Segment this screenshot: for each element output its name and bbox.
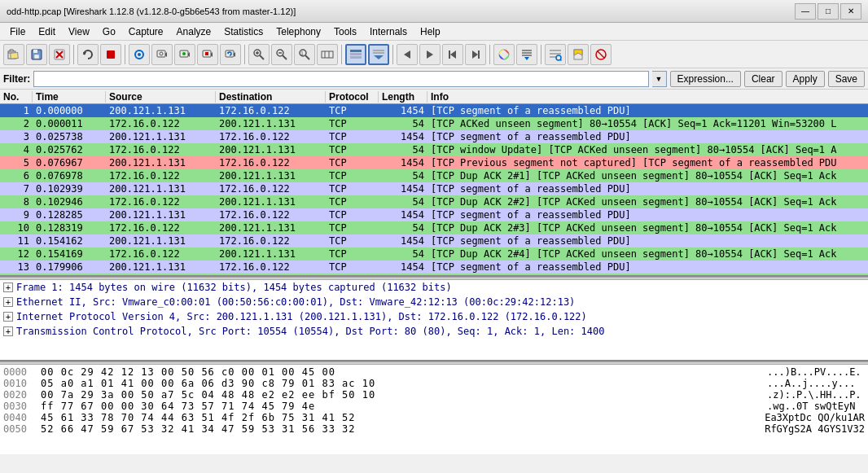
sep5 [392, 45, 393, 64]
svg-rect-4 [34, 55, 39, 59]
packet-row[interactable]: 14 0.179915 172.16.0.122 200.121.1.131 T… [0, 274, 868, 277]
packet-row[interactable]: 13 0.179906 200.121.1.131 172.16.0.122 T… [0, 261, 868, 274]
toolbar-interfaces-button[interactable] [129, 44, 150, 65]
toolbar-autoscroll-button[interactable] [516, 44, 537, 65]
detail-row[interactable]: + Frame 1: 1454 bytes on wire (11632 bit… [0, 280, 868, 295]
sep7 [541, 45, 541, 64]
sep4 [341, 45, 342, 64]
toolbar-open-button[interactable] [3, 44, 24, 65]
menu-edit[interactable]: Edit [32, 24, 62, 39]
packet-row[interactable]: 4 0.025762 172.16.0.122 200.121.1.131 TC… [0, 143, 868, 156]
expression-button[interactable]: Expression... [670, 71, 741, 87]
svg-rect-17 [205, 52, 208, 55]
packet-proto: TCP [326, 261, 379, 273]
packet-proto: TCP [326, 131, 379, 142]
packet-no: 12 [0, 248, 33, 260]
menu-go[interactable]: Go [96, 24, 122, 39]
hex-offset: 0040 [3, 412, 34, 423]
packet-dest: 172.16.0.122 [216, 157, 326, 169]
packet-dest: 200.121.1.131 [216, 118, 326, 129]
packet-row[interactable]: 7 0.102939 200.121.1.131 172.16.0.122 TC… [0, 182, 868, 195]
expand-icon[interactable]: + [3, 312, 13, 322]
menu-view[interactable]: View [62, 24, 96, 39]
toolbar-stop-capture-button[interactable] [197, 44, 218, 65]
packet-len: 1454 [379, 235, 427, 247]
save-button[interactable]: Save [828, 71, 865, 87]
packet-row[interactable]: 3 0.025738 200.121.1.131 172.16.0.122 TC… [0, 130, 868, 143]
svg-rect-51 [550, 56, 556, 58]
filter-dropdown-button[interactable]: ▼ [652, 71, 667, 87]
packet-row[interactable]: 6 0.076978 172.16.0.122 200.121.1.131 TC… [0, 169, 868, 182]
svg-rect-36 [373, 50, 384, 51]
toolbar-stop-button[interactable] [100, 44, 121, 65]
apply-button[interactable]: Apply [786, 71, 825, 87]
toolbar-zoom-out-button[interactable] [271, 44, 292, 65]
svg-text:1: 1 [300, 50, 304, 56]
packet-dest: 200.121.1.131 [216, 196, 326, 208]
packet-row[interactable]: 10 0.128319 172.16.0.122 200.121.1.131 T… [0, 221, 868, 234]
toolbar-mark-packet-button[interactable] [568, 44, 589, 65]
packet-row[interactable]: 2 0.000011 172.16.0.122 200.121.1.131 TC… [0, 117, 868, 130]
toolbar-restart-capture-button[interactable] [220, 44, 241, 65]
toolbar-go-last-button[interactable] [465, 44, 486, 65]
menu-file[interactable]: File [3, 24, 32, 39]
packet-row[interactable]: 8 0.102946 172.16.0.122 200.121.1.131 TC… [0, 195, 868, 208]
packet-row[interactable]: 12 0.154169 172.16.0.122 200.121.1.131 T… [0, 247, 868, 261]
menu-internals[interactable]: Internals [363, 24, 414, 39]
packet-row[interactable]: 9 0.128285 200.121.1.131 172.16.0.122 TC… [0, 208, 868, 221]
packet-no: 2 [0, 118, 33, 129]
menu-capture[interactable]: Capture [122, 24, 170, 39]
packet-row[interactable]: 11 0.154162 200.121.1.131 172.16.0.122 T… [0, 234, 868, 247]
packet-info: [TCP Dup ACK 2#2] [TCP ACKed unseen segm… [427, 196, 868, 208]
packet-dest: 200.121.1.131 [216, 222, 326, 234]
svg-point-13 [160, 52, 163, 55]
toolbar-go-back-button[interactable] [397, 44, 418, 65]
menu-analyze[interactable]: Analyze [170, 24, 218, 39]
menu-statistics[interactable]: Statistics [217, 24, 270, 39]
toolbar-find-packet-button[interactable] [545, 44, 566, 65]
expand-icon[interactable]: + [3, 282, 13, 292]
toolbar-capture-options-button[interactable] [151, 44, 173, 65]
toolbar-ignore-packet-button[interactable] [590, 44, 612, 65]
packet-row[interactable]: 5 0.076967 200.121.1.131 172.16.0.122 TC… [0, 156, 868, 169]
detail-row[interactable]: + Ethernet II, Src: Vmware_c0:00:01 (00:… [0, 295, 868, 309]
menu-telephony[interactable]: Telephony [270, 24, 327, 39]
filter-input[interactable] [33, 71, 648, 87]
clear-button[interactable]: Clear [744, 71, 783, 87]
packet-proto: TCP [326, 183, 379, 195]
menu-help[interactable]: Help [414, 24, 447, 39]
toolbar-colorize-button[interactable] [493, 44, 515, 65]
packet-source: 172.16.0.122 [106, 170, 216, 182]
maximize-button[interactable]: □ [818, 3, 839, 20]
packet-no: 3 [0, 131, 33, 142]
packet-row[interactable]: 1 0.000000 200.121.1.131 172.16.0.122 TC… [0, 104, 868, 117]
toolbar-zoom-normal-button[interactable]: 1 [294, 44, 315, 65]
toolbar-close-capture-button[interactable] [49, 44, 70, 65]
menu-tools[interactable]: Tools [327, 24, 363, 39]
hex-offset: 0030 [3, 401, 34, 412]
detail-text: Internet Protocol Version 4, Src: 200.12… [16, 311, 587, 322]
toolbar-go-first-button[interactable] [442, 44, 463, 65]
toolbar-save-button[interactable] [26, 44, 47, 65]
packet-info: [TCP segment of a reassembled PDU] [427, 261, 868, 273]
toolbar-packet-list-button[interactable] [345, 44, 366, 65]
toolbar-reload-button[interactable] [77, 44, 99, 65]
toolbar-go-fwd-button[interactable] [419, 44, 441, 65]
expand-icon[interactable]: + [3, 326, 13, 336]
detail-row[interactable]: + Transmission Control Protocol, Src Por… [0, 324, 868, 339]
packet-len: 54 [379, 170, 427, 182]
packet-time: 0.128319 [33, 222, 106, 234]
packet-proto: TCP [326, 118, 379, 129]
sep1 [73, 45, 74, 64]
packet-info: [TCP ACKed unseen segment] 80→10554 [ACK… [427, 118, 868, 129]
packet-proto: TCP [326, 235, 379, 247]
toolbar-packet-detail-button[interactable] [368, 44, 389, 65]
close-button[interactable]: ✕ [840, 3, 861, 20]
toolbar-start-capture-button[interactable] [174, 44, 195, 65]
svg-marker-55 [574, 50, 582, 55]
toolbar-zoom-in-button[interactable] [248, 44, 270, 65]
expand-icon[interactable]: + [3, 297, 13, 307]
minimize-button[interactable]: — [795, 3, 816, 20]
toolbar-resize-columns-button[interactable] [317, 44, 338, 65]
detail-row[interactable]: + Internet Protocol Version 4, Src: 200.… [0, 309, 868, 324]
